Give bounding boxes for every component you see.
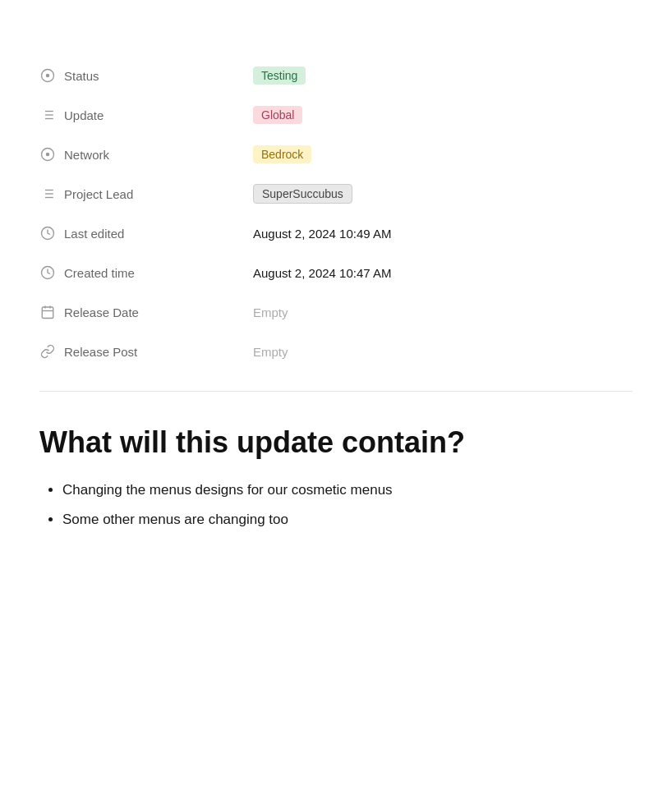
property-value-update[interactable]: Global xyxy=(253,106,633,124)
circle-dot-icon xyxy=(39,67,56,84)
tag-project-lead[interactable]: SuperSuccubus xyxy=(253,184,352,204)
svg-rect-18 xyxy=(42,307,53,319)
property-label-text-project-lead: Project Lead xyxy=(64,187,133,201)
property-label-last-edited: Last edited xyxy=(39,225,253,241)
property-row-created-time[interactable]: Created timeAugust 2, 2024 10:47 AM xyxy=(39,253,633,292)
property-value-last-edited[interactable]: August 2, 2024 10:49 AM xyxy=(253,227,633,241)
property-row-update[interactable]: UpdateGlobal xyxy=(39,95,633,135)
property-label-status: Status xyxy=(39,67,253,84)
bullet-item-1: Some other menus are changing too xyxy=(62,509,633,530)
property-label-release-post: Release Post xyxy=(39,343,253,360)
property-row-release-post[interactable]: Release PostEmpty xyxy=(39,332,633,371)
empty-release-date: Empty xyxy=(253,305,288,319)
property-value-created-time[interactable]: August 2, 2024 10:47 AM xyxy=(253,266,633,280)
empty-release-post: Empty xyxy=(253,345,288,359)
section-divider xyxy=(39,391,633,392)
property-row-release-date[interactable]: Release DateEmpty xyxy=(39,292,633,332)
list-icon xyxy=(39,107,56,123)
calendar-icon xyxy=(39,304,56,320)
properties-section: StatusTesting UpdateGlobal NetworkBedroc… xyxy=(39,56,633,371)
property-row-last-edited[interactable]: Last editedAugust 2, 2024 10:49 AM xyxy=(39,213,633,253)
property-label-update: Update xyxy=(39,107,253,123)
property-row-status[interactable]: StatusTesting xyxy=(39,56,633,95)
property-value-status[interactable]: Testing xyxy=(253,67,633,85)
datetime-created-time: August 2, 2024 10:47 AM xyxy=(253,266,391,280)
property-value-network[interactable]: Bedrock xyxy=(253,145,633,163)
property-label-created-time: Created time xyxy=(39,264,253,281)
svg-point-9 xyxy=(46,153,50,157)
property-label-release-date: Release Date xyxy=(39,304,253,320)
property-label-text-network: Network xyxy=(64,148,109,162)
bullet-item-0: Changing the menus designs for our cosme… xyxy=(62,480,633,501)
tag-update[interactable]: Global xyxy=(253,106,302,124)
property-label-text-created-time: Created time xyxy=(64,266,135,280)
list-icon xyxy=(39,186,56,202)
property-value-release-post: Empty xyxy=(253,345,633,359)
property-row-project-lead[interactable]: Project LeadSuperSuccubus xyxy=(39,174,633,213)
clock-icon xyxy=(39,264,56,281)
property-row-network[interactable]: NetworkBedrock xyxy=(39,135,633,174)
property-label-text-status: Status xyxy=(64,69,99,83)
property-label-text-last-edited: Last edited xyxy=(64,227,124,241)
bullet-list: Changing the menus designs for our cosme… xyxy=(39,480,633,530)
section-heading: What will this update contain? xyxy=(39,425,633,460)
property-value-release-date: Empty xyxy=(253,305,633,319)
link-icon xyxy=(39,343,56,360)
property-label-project-lead: Project Lead xyxy=(39,186,253,202)
tag-network[interactable]: Bedrock xyxy=(253,145,311,163)
clock-icon xyxy=(39,225,56,241)
datetime-last-edited: August 2, 2024 10:49 AM xyxy=(253,227,391,241)
property-label-network: Network xyxy=(39,146,253,163)
property-label-text-update: Update xyxy=(64,108,104,122)
content-section: What will this update contain? Changing … xyxy=(39,425,633,530)
property-label-text-release-post: Release Post xyxy=(64,345,137,359)
property-label-text-release-date: Release Date xyxy=(64,305,139,319)
svg-point-1 xyxy=(46,74,50,78)
property-value-project-lead[interactable]: SuperSuccubus xyxy=(253,184,633,204)
circle-dot-icon xyxy=(39,146,56,163)
tag-status[interactable]: Testing xyxy=(253,67,306,85)
